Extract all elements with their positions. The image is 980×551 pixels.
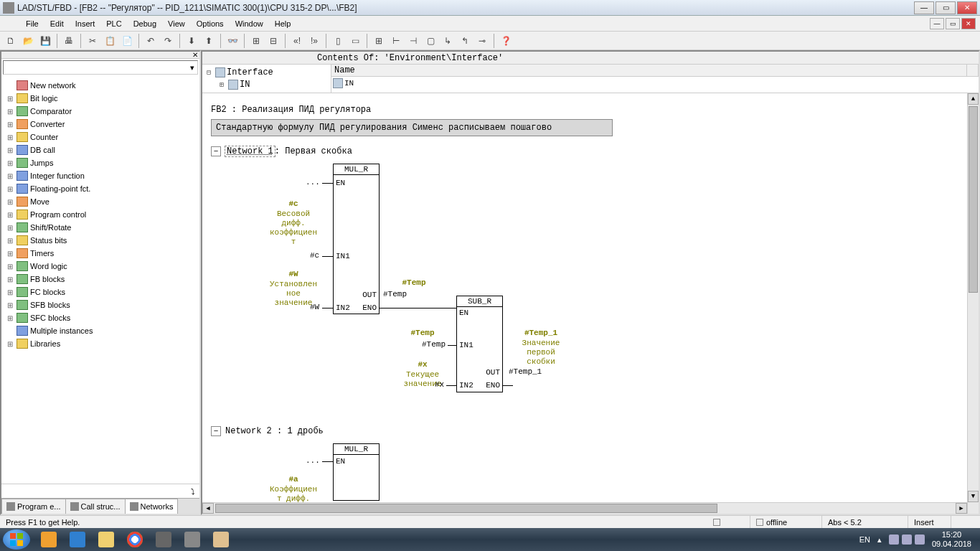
new-icon[interactable]: 🗋 (3, 33, 19, 49)
scroll-thumb-h[interactable] (215, 504, 717, 513)
taskbar-app-1[interactable] (149, 529, 178, 550)
catalog-filter-dropdown[interactable]: ▾ (3, 60, 198, 75)
print-icon[interactable]: 🖶 (61, 33, 77, 49)
redo-icon[interactable]: ↷ (160, 33, 176, 49)
tree-expand-icon[interactable]: ⊞ (6, 95, 14, 103)
tree-item[interactable]: ⊞Shift/Rotate (3, 221, 198, 234)
symbol2-icon[interactable]: ⊟ (265, 33, 281, 49)
child-close-button[interactable]: ✕ (961, 18, 976, 29)
scroll-right-icon[interactable]: ▶ (956, 503, 967, 514)
scroll-left-icon[interactable]: ◀ (202, 503, 214, 514)
scroll-up-icon[interactable]: ▲ (968, 93, 979, 105)
tree-item[interactable]: ⊞Move (3, 195, 198, 208)
network-1-diagram[interactable]: MUL_R EN IN1 IN2 OUT ENO ... #c Весовой … (254, 164, 970, 422)
tree-item[interactable]: ⊞FC blocks (3, 286, 198, 298)
save-icon[interactable]: 💾 (37, 33, 53, 49)
mul-r-block[interactable]: MUL_R EN IN1 IN2 OUT ENO (333, 164, 380, 314)
view-stl-icon[interactable]: ▭ (347, 33, 363, 49)
tree-expand-icon[interactable]: ⊞ (6, 288, 14, 296)
tree-expand-icon[interactable]: ⊞ (6, 121, 14, 128)
network-2-diagram[interactable]: MUL_R EN ... #a Коэффициен т дифф. (254, 443, 970, 508)
tray-clock[interactable]: 15:20 09.04.2018 (932, 530, 971, 549)
tree-item[interactable]: ⊞FB blocks (3, 273, 198, 286)
tree-expand-icon[interactable]: ⊞ (6, 133, 14, 141)
tree-expand-icon[interactable]: ⊞ (6, 250, 14, 258)
tree-expand-icon[interactable]: ⊞ (217, 80, 227, 89)
menu-insert[interactable]: Insert (70, 18, 101, 29)
tree-expand-icon[interactable]: ⊞ (6, 146, 14, 154)
symbol-icon[interactable]: ⊞ (248, 33, 264, 49)
tree-expand-icon[interactable]: ⊞ (6, 159, 14, 167)
tree-item[interactable]: ⊞Libraries (3, 337, 198, 350)
child-restore-button[interactable]: ▭ (946, 18, 960, 29)
tray-language[interactable]: EN (859, 535, 870, 544)
menu-options[interactable]: Options (191, 18, 230, 29)
tree-item[interactable]: ⊞Program control (3, 208, 198, 221)
goto2-icon[interactable]: !» (306, 33, 322, 49)
maximize-button[interactable]: ▭ (936, 1, 956, 14)
monitor-icon[interactable]: 👓 (225, 33, 240, 49)
download-icon[interactable]: ⬇ (184, 33, 199, 49)
tree-expand-icon[interactable]: ⊞ (6, 314, 14, 322)
tree-item[interactable]: ⊞Floating-point fct. (3, 182, 198, 195)
tab-networks[interactable]: Networks (125, 499, 179, 514)
box-icon[interactable]: ▢ (423, 33, 438, 49)
tree-item[interactable]: ⊞Comparator (3, 105, 198, 118)
branch-close-icon[interactable]: ↰ (457, 33, 473, 49)
tree-expand-icon[interactable]: ⊞ (6, 108, 14, 116)
panel-pin-icon[interactable]: ✕ (192, 51, 198, 59)
tray-show-hidden-icon[interactable]: ▴ (877, 535, 882, 545)
upload-icon[interactable]: ⬆ (201, 33, 217, 49)
tree-item[interactable]: ⊞Jumps (3, 156, 198, 169)
tab-call-structure[interactable]: Call struc... (65, 499, 126, 514)
tree-item[interactable]: ⊞Converter (3, 118, 198, 131)
branch-open-icon[interactable]: ↳ (440, 33, 456, 49)
tree-expand-icon[interactable]: ⊞ (6, 198, 14, 206)
goto-icon[interactable]: «! (289, 33, 305, 49)
tree-expand-icon[interactable]: ⊞ (6, 185, 14, 193)
tree-expand-icon[interactable]: ⊞ (6, 301, 14, 309)
network-2-header[interactable]: − Network 2 : 1 дробь (211, 426, 970, 436)
tree-item[interactable]: ⊞Status bits (3, 234, 198, 247)
tab-program-elements[interactable]: Program e... (1, 499, 66, 514)
tree-expand-icon[interactable]: ⊞ (6, 172, 14, 180)
sub-r-block[interactable]: SUB_R EN IN1 IN2 OUT ENO (456, 296, 503, 392)
tree-item[interactable]: ⊞SFB blocks (3, 298, 198, 311)
menu-view[interactable]: View (162, 18, 191, 29)
tree-expand-icon[interactable]: ⊞ (6, 340, 14, 348)
taskbar-explorer[interactable] (92, 529, 121, 550)
connection-icon[interactable]: ⊸ (474, 33, 490, 49)
close-button[interactable]: ✕ (957, 1, 977, 14)
tree-item[interactable]: Multiple instances (3, 324, 198, 337)
tree-item[interactable]: ⊞Bit logic (3, 92, 198, 105)
taskbar-simatic[interactable] (178, 529, 207, 550)
paste-icon[interactable]: 📄 (119, 33, 135, 49)
tree-expand-icon[interactable]: ⊞ (6, 224, 14, 232)
interface-tree[interactable]: ⊟Interface ⊞IN (202, 65, 331, 93)
block-description[interactable]: Стандартную формулу ПИД регулирования Си… (211, 119, 613, 136)
tree-item[interactable]: ⊞Integer function (3, 169, 198, 182)
tray-flag-icon[interactable] (889, 534, 899, 545)
network-collapse-icon[interactable]: − (211, 426, 221, 436)
taskbar-chrome[interactable] (121, 529, 149, 550)
catalog-tree[interactable]: New network⊞Bit logic⊞Comparator⊞Convert… (1, 76, 199, 484)
minimize-button[interactable]: — (914, 1, 934, 14)
copy-icon[interactable]: 📋 (102, 33, 118, 49)
tree-item[interactable]: ⊞Timers (3, 247, 198, 260)
tree-item[interactable]: ⊞DB call (3, 143, 198, 156)
menu-debug[interactable]: Debug (128, 18, 162, 29)
menu-help[interactable]: Help (269, 18, 297, 29)
tray-network-icon[interactable] (902, 534, 912, 545)
view-lad-icon[interactable]: ▯ (330, 33, 346, 49)
code-editor[interactable]: FB2 : Реализация ПИД регулятора Стандарт… (202, 93, 979, 514)
help-icon[interactable]: ❓ (498, 33, 514, 49)
menu-plc[interactable]: PLC (100, 18, 127, 29)
tree-item[interactable]: ⊞SFC blocks (3, 311, 198, 324)
network-collapse-icon[interactable]: − (211, 146, 221, 156)
horizontal-scrollbar[interactable]: ◀ ▶ (202, 502, 967, 514)
tree-item[interactable]: ⊞Word logic (3, 260, 198, 273)
network-1-header[interactable]: − Network 1: Первая скобка (211, 146, 970, 156)
cut-icon[interactable]: ✂ (85, 33, 100, 49)
tree-expand-icon[interactable]: ⊞ (6, 211, 14, 219)
undo-icon[interactable]: ↶ (143, 33, 159, 49)
